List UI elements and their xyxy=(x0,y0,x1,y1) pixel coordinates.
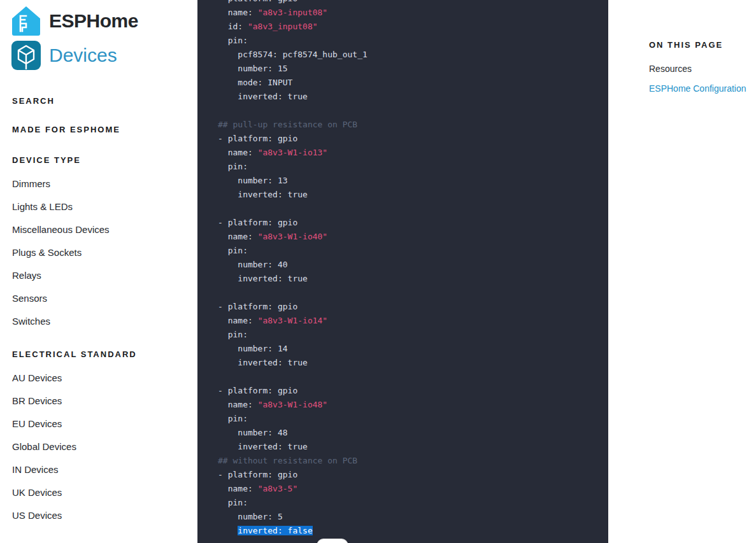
code-line: pin: xyxy=(218,496,596,510)
nav-item-au-devices[interactable]: AU Devices xyxy=(12,367,178,390)
code-line xyxy=(218,370,596,384)
on-this-page: ON THIS PAGE ResourcesESPHome Configurat… xyxy=(649,40,756,103)
electrical-standard-list: AU DevicesBR DevicesEU DevicesGlobal Dev… xyxy=(12,367,178,527)
nav-item-br-devices[interactable]: BR Devices xyxy=(12,390,178,413)
code-line: number: 15 xyxy=(218,62,596,76)
code-line: inverted: true xyxy=(218,90,596,104)
code-line: inverted: true xyxy=(218,356,596,370)
code-line: - platform: gpio xyxy=(218,468,596,482)
device-type-list: DimmersLights & LEDsMiscellaneous Device… xyxy=(12,173,178,333)
logo-subtitle: Devices xyxy=(49,45,117,66)
code-line: ## pull-up resistance on PCB xyxy=(218,118,596,132)
code-content: platform: gpio name: "a8v3-input08" id: … xyxy=(218,0,596,538)
nav-item-in-devices[interactable]: IN Devices xyxy=(12,458,178,481)
nav-item-uk-devices[interactable]: UK Devices xyxy=(12,481,178,504)
devices-cube-icon xyxy=(11,40,41,71)
code-line: name: "a8v3-W1-io14" xyxy=(218,314,596,328)
code-expand-button[interactable] xyxy=(317,539,348,543)
nav-item-miscellaneous-devices[interactable]: Miscellaneous Devices xyxy=(12,218,178,241)
code-line: inverted: true xyxy=(218,440,596,454)
nav-item-relays[interactable]: Relays xyxy=(12,264,178,287)
code-line: name: "a8v3-W1-io48" xyxy=(218,398,596,412)
code-line: name: "a8v3-W1-io13" xyxy=(218,146,596,160)
code-line: number: 13 xyxy=(218,174,596,188)
code-line: pin: xyxy=(218,244,596,258)
code-line xyxy=(218,286,596,300)
code-line xyxy=(218,104,596,118)
nav-item-eu-devices[interactable]: EU Devices xyxy=(12,413,178,435)
nav-item-switches[interactable]: Switches xyxy=(12,310,178,333)
code-line: number: 48 xyxy=(218,426,596,440)
sidebar-link-search[interactable]: SEARCH xyxy=(12,96,55,106)
site-logo[interactable]: ESPHome Devices xyxy=(11,5,138,74)
nav-item-global-devices[interactable]: Global Devices xyxy=(12,435,178,458)
code-line: pin: xyxy=(218,34,596,48)
code-line: mode: INPUT xyxy=(218,76,596,90)
code-line: platform: gpio xyxy=(218,0,596,6)
sidebar: ESPHome Devices SEARCH MADE FOR ESPHOME … xyxy=(0,0,191,543)
nav-item-sensors[interactable]: Sensors xyxy=(12,287,178,310)
code-line: inverted: false xyxy=(218,524,596,538)
code-line: name: "a8v3-W1-io40" xyxy=(218,230,596,244)
code-line: id: "a8v3_input08" xyxy=(218,20,596,34)
toc-item-resources[interactable]: Resources xyxy=(649,64,756,74)
code-line: inverted: true xyxy=(218,272,596,286)
code-line: pin: xyxy=(218,328,596,342)
code-line: number: 14 xyxy=(218,342,596,356)
code-line: pin: xyxy=(218,412,596,426)
code-line: - platform: gpio xyxy=(218,216,596,230)
code-line: pin: xyxy=(218,160,596,174)
code-line: - platform: gpio xyxy=(218,384,596,398)
toc-items: ResourcesESPHome Configuration xyxy=(649,64,756,94)
code-line: - platform: gpio xyxy=(218,132,596,146)
nav-item-plugs-sockets[interactable]: Plugs & Sockets xyxy=(12,241,178,264)
code-line xyxy=(218,202,596,216)
code-line: inverted: true xyxy=(218,188,596,202)
nav-item-us-devices[interactable]: US Devices xyxy=(12,504,178,527)
toc-heading: ON THIS PAGE xyxy=(649,40,756,50)
nav-item-lights-leds[interactable]: Lights & LEDs xyxy=(12,195,178,218)
code-line: ## without resistance on PCB xyxy=(218,454,596,468)
code-line: number: 5 xyxy=(218,510,596,524)
code-line: name: "a8v3-5" xyxy=(218,482,596,496)
esphome-house-icon xyxy=(11,6,41,36)
toc-item-esphome-configuration[interactable]: ESPHome Configuration xyxy=(649,83,756,94)
code-line: - platform: gpio xyxy=(218,300,596,314)
sidebar-heading-device-type: DEVICE TYPE xyxy=(12,155,81,165)
code-block: platform: gpio name: "a8v3-input08" id: … xyxy=(197,0,608,543)
code-line: number: 40 xyxy=(218,258,596,272)
logo-title: ESPHome xyxy=(49,10,138,32)
sidebar-link-made-for-esphome[interactable]: MADE FOR ESPHOME xyxy=(12,125,120,134)
code-line: name: "a8v3-input08" xyxy=(218,6,596,20)
selected-text: inverted: false xyxy=(238,526,312,535)
code-line: pcf8574: pcf8574_hub_out_1 xyxy=(218,48,596,62)
sidebar-heading-electrical-standard: ELECTRICAL STANDARD xyxy=(12,349,137,359)
nav-item-dimmers[interactable]: Dimmers xyxy=(12,173,178,195)
